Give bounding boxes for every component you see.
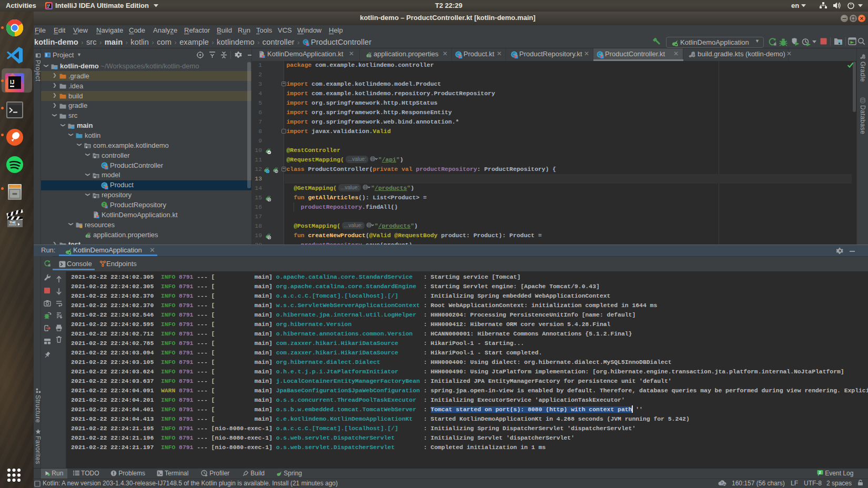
svg-text:THE: THE <box>9 221 16 224</box>
svg-text:IJ: IJ <box>10 79 14 85</box>
svg-text:2: 2 <box>819 471 821 474</box>
svg-text:?: ? <box>721 481 723 485</box>
svg-text:IJ: IJ <box>47 4 50 7</box>
